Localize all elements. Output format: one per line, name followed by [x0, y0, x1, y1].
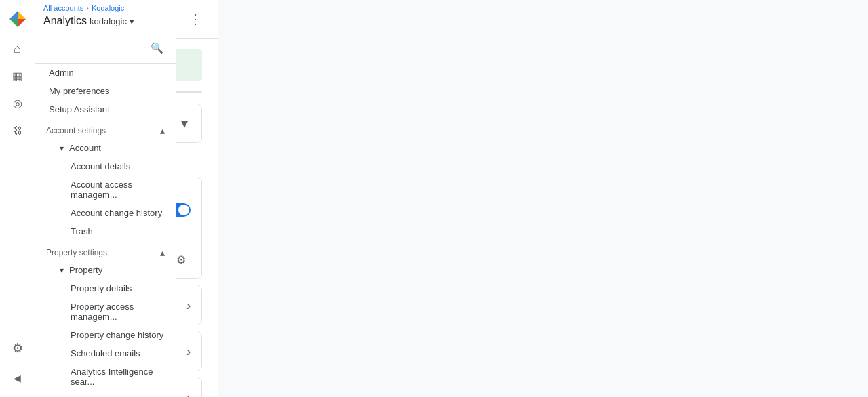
- search-button[interactable]: 🔍: [146, 37, 167, 59]
- events-section: Events Enhanced measurement Automatical: [176, 154, 202, 397]
- sidebar-item-scheduled-emails[interactable]: Scheduled emails: [35, 344, 176, 362]
- sidebar: All accounts › Kodalogic Analytics kodal…: [35, 0, 176, 397]
- protocol-main: Measurement Protocol API secrets Create …: [176, 377, 201, 397]
- home-icon[interactable]: ⌂: [4, 35, 31, 62]
- settings-icon[interactable]: ⚙: [4, 335, 31, 362]
- sidebar-item-setup[interactable]: Setup Assistant: [35, 100, 176, 119]
- reports-icon[interactable]: ▦: [4, 62, 31, 89]
- property-settings-header[interactable]: Property settings ▴: [35, 241, 176, 261]
- analytics-header: Analytics kodalogic ▾: [43, 12, 167, 31]
- main-content: D ✕ Web stream details ⋮ ✓ Data collecti…: [176, 0, 218, 397]
- account-settings-header[interactable]: Account settings ▴: [35, 119, 176, 139]
- sidebar-item-account-access[interactable]: Account access managem...: [35, 175, 176, 204]
- consent-expand-icon: ▾: [181, 115, 188, 131]
- measuring-row: Measuring: Page views Scrolls Outbound c…: [176, 243, 201, 278]
- sidebar-item-account-change[interactable]: Account change history: [35, 204, 176, 222]
- create-custom-main: Create custom events Create new events f…: [176, 331, 201, 371]
- sidebar-item-property-change[interactable]: Property change history: [35, 326, 176, 344]
- protocol-content: Measurement Protocol API secrets Create …: [176, 387, 178, 397]
- create-custom-arrow-icon[interactable]: ›: [186, 343, 191, 359]
- enhanced-measurement-main: Enhanced measurement Automatically measu…: [176, 177, 201, 243]
- success-banner: ✓ Data collection is active in the past …: [176, 49, 202, 81]
- sidebar-item-analytics-intelligence[interactable]: Analytics Intelligence sear...: [35, 362, 176, 391]
- sidebar-item-data-collection[interactable]: ▾ Data collection and modifica...: [35, 391, 176, 397]
- panel-header: ✕ Web stream details ⋮: [176, 0, 218, 39]
- modify-events-content: Modify events Modify incoming events and…: [176, 295, 178, 315]
- measurement-protocol-item[interactable]: Measurement Protocol API secrets Create …: [176, 377, 202, 397]
- sidebar-item-property-access[interactable]: Property access managem...: [35, 297, 176, 326]
- stream-details-card: Stream details STREAM NAME kodalogic: [176, 91, 202, 93]
- icon-strip: ⌂ ▦ ◎ ⛓ ⚙ ◀: [0, 0, 35, 397]
- sidebar-item-admin[interactable]: Admin: [35, 64, 176, 82]
- explore-icon[interactable]: ◎: [4, 89, 31, 117]
- sidebar-item-account[interactable]: ▾ Account: [35, 139, 176, 157]
- collapse-sidebar-icon[interactable]: ◀: [4, 364, 31, 392]
- sidebar-item-property[interactable]: ▾ Property: [35, 261, 176, 279]
- sidebar-item-property-details[interactable]: Property details: [35, 279, 176, 297]
- card-header: Stream details: [176, 92, 201, 93]
- breadcrumb: All accounts › Kodalogic: [43, 4, 167, 12]
- sidebar-item-account-details[interactable]: Account details: [35, 157, 176, 175]
- property-settings-chevron[interactable]: ▴: [160, 247, 165, 258]
- app-title: Analytics: [43, 15, 87, 27]
- consent-settings-row[interactable]: Consent settings ▾: [176, 104, 202, 143]
- protocol-arrow-icon[interactable]: ›: [186, 390, 191, 397]
- account-settings-chevron[interactable]: ▴: [160, 125, 165, 136]
- sidebar-item-preferences[interactable]: My preferences: [35, 82, 176, 100]
- modify-events-arrow-icon[interactable]: ›: [186, 297, 191, 313]
- modify-events-item[interactable]: Modify events Modify incoming events and…: [176, 285, 202, 325]
- sidebar-item-trash[interactable]: Trash: [35, 222, 176, 241]
- modify-events-main: Modify events Modify incoming events and…: [176, 285, 201, 325]
- enhanced-toggle[interactable]: [176, 203, 191, 217]
- expand-property-icon: ▾: [60, 266, 64, 275]
- app-logo[interactable]: [0, 3, 35, 35]
- account-selector[interactable]: kodalogic ▾: [90, 16, 134, 26]
- more-options-icon[interactable]: ⋮: [189, 11, 202, 27]
- create-custom-events-item[interactable]: Create custom events Create new events f…: [176, 331, 202, 371]
- advertising-icon[interactable]: ⛓: [4, 117, 31, 144]
- measuring-settings-button[interactable]: ⚙: [176, 250, 191, 269]
- web-stream-details-panel: ✕ Web stream details ⋮ ✓ Data collection…: [176, 0, 218, 397]
- create-custom-content: Create custom events Create new events f…: [176, 341, 178, 361]
- expand-account-icon: ▾: [60, 144, 64, 153]
- nav-tree: Admin My preferences Setup Assistant Acc…: [35, 64, 176, 397]
- enhanced-measurement-item: Enhanced measurement Automatically measu…: [176, 177, 202, 279]
